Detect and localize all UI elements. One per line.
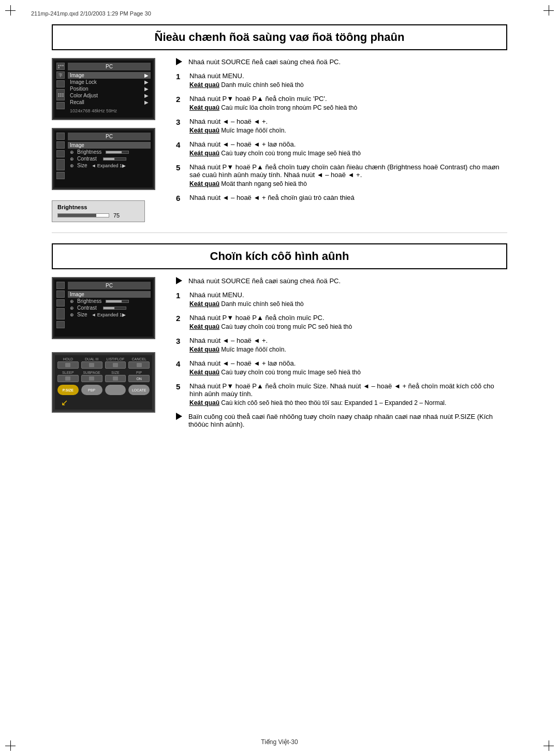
s2-step2-result: Keát quaû Caù tuøy choïn coù trong muïc … (189, 323, 507, 330)
step3-main: Nhaá nuùt ◄ – hoaë ◄ +. (189, 118, 507, 125)
s2-step-4: 4 Nhaá nuùt ◄ – hoaë ◄ + laø nöõa. Keát … (176, 359, 507, 376)
monitor2-image-menu: Image (68, 142, 151, 149)
monitor1-title: PC (68, 63, 151, 70)
monitor1-item1: Image Lock▶ (68, 79, 151, 85)
monitor2-size: ⊕ Size ◄ Expanded 1▶ (68, 162, 151, 169)
s2-step3-main: Nhaá nuùt ◄ – hoaë ◄ +. (189, 337, 507, 344)
s2-step4-main: Nhaá nuùt ◄ – hoaë ◄ + laø nöõa. (189, 359, 507, 367)
remote-listflof-btn: LIST/FLOF (105, 357, 127, 369)
monitor1-box: 字 (52, 58, 155, 120)
crop-mark-tr (543, 5, 554, 16)
monitor3-inner: PC Image ⊕ Brightness ⊕ (54, 280, 153, 337)
remote-hold-btn: HOLD (57, 357, 79, 369)
section2-right-column: Nhaá nuùt SOURCE ñeå caøi saùng cheá ñoä… (176, 277, 507, 434)
monitor1-item2: Position▶ (68, 85, 151, 92)
monitor2-inner: PC Image ⊕ Brightness ⊕ (54, 130, 153, 187)
section1-note: Nhaá nuùt SOURCE ñeå caøi saùng cheá ñoä… (176, 58, 507, 66)
step-6: 6 Nhaá nuùt ◄ – hoaë ◄ + ñeå choïn giaù … (176, 194, 507, 203)
step-5: 5 Nhaá nuùt P▼ hoaë P▲ ñeå choïn tuøy ch… (176, 163, 507, 187)
s2-step-3: 3 Nhaá nuùt ◄ – hoaë ◄ +. Keát quaû Muïc… (176, 337, 507, 353)
monitor2-brightness: ⊕ Brightness (68, 149, 151, 155)
remote-size-btn: SIZE (105, 371, 127, 383)
monitor3-brightness: ⊕ Brightness (68, 298, 151, 304)
s2-step1-result: Keát quaû Danh muïc chính seõ hieä thò (189, 300, 507, 308)
note-arrow3-icon (176, 413, 182, 420)
s2-step-2: 2 Nhaá nuùt P▼ hoaë P▲ ñeå choïn muïc PC… (176, 314, 507, 330)
monitor1-status: 1024x768 48kHz 59Hz (68, 108, 151, 114)
remote-cancel-btn: CANCEL (128, 357, 150, 369)
s2-step-1: 1 Nhaá nuùt MENU. Keát quaû Danh muïc ch… (176, 291, 507, 308)
remote-psize-btn[interactable]: P.SIZE (57, 384, 79, 396)
note-arrow2-icon (176, 277, 182, 284)
note-arrow-icon (176, 58, 182, 65)
remote-locate-btn[interactable]: LOCATE (128, 384, 150, 396)
remote-empty-btn (105, 384, 127, 396)
monitor1-item3: Color Adjust▶ (68, 92, 151, 99)
footer-text: Tiếng Việt-30 (261, 738, 298, 746)
monitor3-box: PC Image ⊕ Brightness ⊕ (52, 277, 155, 339)
s2-step4-result: Keát quaû Caù tuøy choïn coù trong muïc … (189, 369, 507, 376)
monitor2-box: PC Image ⊕ Brightness ⊕ (52, 128, 155, 190)
section2-note2-text: Baïn cuõng coù theå caøi ñaë nhöõng tuøy… (188, 413, 507, 428)
section2-note: Nhaá nuùt SOURCE ñeå caøi saùng cheá ñoä… (176, 277, 507, 285)
s2-step1-main: Nhaá nuùt MENU. (189, 291, 507, 299)
remote-inner: HOLD DUAL III LIST/FLOF (55, 355, 152, 410)
step2-main: Nhaá nuùt P▼ hoaë P▲ ñeå choïn muïc 'PC'… (189, 95, 507, 103)
section2-note2: Baïn cuõng coù theå caøi ñaë nhöõng tuøy… (176, 413, 507, 428)
section2-title: Choïn kích côõ hình aûnh (52, 243, 507, 269)
brightness-bar-bg (57, 213, 109, 217)
section2-left-column: PC Image ⊕ Brightness ⊕ (52, 277, 166, 434)
s2-step5-main: Nhaá nuùt P▼ hoaë P▲ ñeå choïn muïc Size… (189, 382, 507, 398)
monitor3-size: ⊕ Size ◄ Expanded 1▶ (68, 311, 151, 318)
monitor3-title: PC (68, 282, 151, 289)
monitor1-item4: Recall▶ (68, 99, 151, 106)
step2-result: Keát quaû Caù muïc löa choïn trong nhoùm… (189, 104, 507, 111)
page-container: 211mp-241mp.qxd 2/10/2003 1:29 PM Page 3… (26, 0, 533, 453)
step1-result: Keát quaû Danh muïc chính seõ hieä thò (189, 81, 507, 89)
s2-step2-main: Nhaá nuùt P▼ hoaë P▲ ñeå choïn muïc PC. (189, 314, 507, 322)
s2-step5-result: Keát quaû Caù kích côõ seõ hieä thò theo… (189, 399, 507, 406)
section2-steps: 1 Nhaá nuùt MENU. Keát quaû Danh muïc ch… (176, 291, 507, 406)
brightness-value: 75 (113, 212, 120, 219)
brightness-bar-fill (58, 214, 96, 217)
monitor2-contrast: ⊕ Contrast (68, 155, 151, 162)
step5-main: Nhaá nuùt P▼ hoaë P▲ ñeå choïn tuøy choï… (189, 163, 507, 179)
step3-result: Keát quaû Muïc Image ñöôï choïn. (189, 127, 507, 134)
section1-note-text: Nhaá nuùt SOURCE ñeå caøi saùng cheá ñoä… (188, 58, 341, 66)
step1-main: Nhaá nuùt MENU. (189, 72, 507, 80)
monitor2-title: PC (68, 133, 151, 140)
monitor1-inner: 字 (54, 61, 153, 118)
section1-left-column: 字 (52, 58, 166, 222)
section1-right-column: Nhaá nuùt SOURCE ñeå caøi saùng cheá ñoä… (176, 58, 507, 222)
step-2: 2 Nhaá nuùt P▼ hoaë P▲ ñeå choïn muïc 'P… (176, 95, 507, 111)
file-info: 211mp-241mp.qxd 2/10/2003 1:29 PM Page 3… (31, 10, 528, 17)
step4-main: Nhaá nuùt ◄ – hoaë ◄ + laø nöõa. (189, 140, 507, 148)
section2-content: PC Image ⊕ Brightness ⊕ (52, 277, 507, 434)
file-info-text: 211mp-241mp.qxd 2/10/2003 1:29 PM Page 3… (31, 10, 151, 17)
step-4: 4 Nhaá nuùt ◄ – hoaë ◄ + laø nöõa. Keát … (176, 140, 507, 157)
page-footer: Tiếng Việt-30 (0, 738, 559, 746)
section1-title: Ñieàu chænh ñoä saùng vaø ñoä töông phaû… (52, 24, 507, 50)
monitor3-contrast: ⊕ Contrast (68, 304, 151, 311)
section1-steps: 1 Nhaá nuùt MENU. Keát quaû Danh muïc ch… (176, 72, 507, 203)
step-1: 1 Nhaá nuùt MENU. Keát quaû Danh muïc ch… (176, 72, 507, 89)
s2-step-5: 5 Nhaá nuùt P▼ hoaë P▲ ñeå choïn muïc Si… (176, 382, 507, 406)
brightness-bar-container: 75 (57, 212, 139, 219)
remote-sleep-btn: SLEEP (57, 371, 79, 383)
brightness-panel: Brightness 75 (52, 200, 145, 222)
section2-note-text: Nhaá nuùt SOURCE ñeå caøi saùng cheá ñoä… (188, 277, 341, 285)
remote-subpage-btn: SUBPAGE (81, 371, 103, 383)
step-3: 3 Nhaá nuùt ◄ – hoaë ◄ +. Keát quaû Muïc… (176, 118, 507, 134)
crop-mark-tl (5, 5, 16, 16)
remote-dualiii-btn: DUAL III (81, 357, 103, 369)
s2-step3-result: Keát quaû Muïc Image ñöôï choïn. (189, 346, 507, 353)
step6-main: Nhaá nuùt ◄ – hoaë ◄ + ñeå choïn giaù tr… (189, 194, 507, 201)
step4-result: Keát quaû Caù tuøy choïn coù trong muïc … (189, 150, 507, 157)
remote-pbp-btn[interactable]: PBP (81, 384, 103, 396)
brightness-panel-label: Brightness (57, 204, 139, 210)
monitor1-image-menu: Image▶ (68, 72, 151, 79)
monitor3-image-menu: Image (68, 291, 151, 298)
section-divider (52, 232, 507, 233)
remote-control-box: HOLD DUAL III LIST/FLOF (52, 352, 155, 413)
step5-result: Keát quaû Moät thanh ngang seõ hieä thò (189, 180, 507, 187)
